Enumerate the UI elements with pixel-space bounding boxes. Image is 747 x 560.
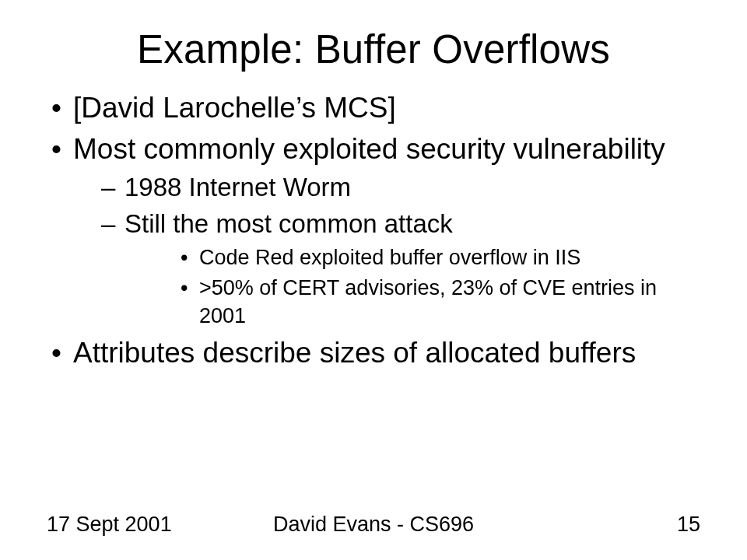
footer-page-number: 15 xyxy=(677,513,700,537)
bullet-list-level1: [David Larochelle’s MCS] Most commonly e… xyxy=(47,89,700,372)
bullet-text: >50% of CERT advisories, 23% of CVE entr… xyxy=(199,276,657,327)
footer-date: 17 Sept 2001 xyxy=(47,513,172,537)
bullet-item: >50% of CERT advisories, 23% of CVE entr… xyxy=(124,275,700,330)
bullet-text: Code Red exploited buffer overflow in II… xyxy=(199,246,580,269)
slide: Example: Buffer Overflows [David Laroche… xyxy=(0,0,747,560)
bullet-item: Still the most common attack Code Red ex… xyxy=(73,208,700,331)
bullet-list-level2: 1988 Internet Worm Still the most common… xyxy=(73,171,700,331)
bullet-text: Most commonly exploited security vulnera… xyxy=(73,133,665,165)
slide-footer: 17 Sept 2001 David Evans - CS696 15 xyxy=(0,513,747,537)
bullet-item: Code Red exploited buffer overflow in II… xyxy=(124,244,700,272)
bullet-text: Still the most common attack xyxy=(124,209,453,238)
bullet-text: [David Larochelle’s MCS] xyxy=(73,92,396,124)
bullet-text: 1988 Internet Worm xyxy=(124,173,351,201)
bullet-item: Attributes describe sizes of allocated b… xyxy=(47,334,700,371)
bullet-item: [David Larochelle’s MCS] xyxy=(47,89,700,126)
bullet-item: Most commonly exploited security vulnera… xyxy=(47,131,700,330)
slide-body: [David Larochelle’s MCS] Most commonly e… xyxy=(0,72,747,372)
slide-title: Example: Buffer Overflows xyxy=(0,0,747,72)
bullet-text: Attributes describe sizes of allocated b… xyxy=(73,337,636,369)
bullet-list-level3: Code Red exploited buffer overflow in II… xyxy=(124,244,700,331)
bullet-item: 1988 Internet Worm xyxy=(73,171,700,205)
